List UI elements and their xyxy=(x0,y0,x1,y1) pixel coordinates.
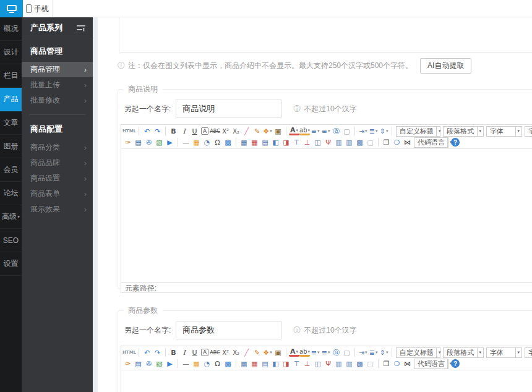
source-icon[interactable]: HTML xyxy=(122,347,136,357)
lineheight-icon[interactable]: ⇕▾ xyxy=(379,126,389,136)
split-cells-icon[interactable]: Ψ xyxy=(323,359,333,369)
col-delete-icon[interactable]: ▥ xyxy=(344,137,354,147)
panel-item-goods-manage[interactable]: 商品管理› xyxy=(22,62,93,77)
col-insert-right-icon[interactable]: ◨ xyxy=(281,137,291,147)
book-icon[interactable]: ▤ xyxy=(133,359,144,369)
filter-icon[interactable] xyxy=(77,24,85,32)
clock-icon[interactable]: ◔ xyxy=(202,137,212,147)
omega-icon[interactable]: Ω xyxy=(212,137,223,147)
omega-icon[interactable]: Ω xyxy=(212,359,223,369)
indent-icon[interactable]: ⇥▾ xyxy=(358,347,368,357)
preview-icon[interactable]: ❍ xyxy=(392,359,402,369)
lineheight-icon[interactable]: ⇕▾ xyxy=(379,347,389,357)
cell-props-icon[interactable]: ▤ xyxy=(260,137,270,147)
sidebar-item-article[interactable]: 文章 xyxy=(0,111,22,135)
new-doc-icon[interactable]: ▢ xyxy=(341,126,352,136)
paragraph-format-select[interactable]: 段落格式▾ xyxy=(443,347,484,358)
draw-icon[interactable]: ✑ xyxy=(122,359,133,369)
superscript-icon[interactable]: X² xyxy=(220,347,231,357)
sidebar-item-seo[interactable]: SEO xyxy=(0,229,22,252)
map-icon[interactable]: ▩ xyxy=(223,137,233,147)
anchor-icon[interactable]: ⓐ xyxy=(331,347,341,357)
fontborder-icon[interactable]: A xyxy=(201,127,208,135)
bold-icon[interactable]: B xyxy=(168,126,179,136)
help-icon[interactable]: ? xyxy=(451,359,460,368)
italic-icon[interactable]: I xyxy=(179,126,189,136)
hilitecolor-icon[interactable]: ab▾ xyxy=(299,348,310,357)
subscript-icon[interactable]: X₂ xyxy=(231,347,241,357)
tab-mobile[interactable]: 手机 xyxy=(23,0,53,17)
cell-props-icon[interactable]: ▤ xyxy=(260,359,270,369)
merge-cells-icon[interactable]: ◫ xyxy=(312,137,323,147)
quickformat-icon[interactable]: ❖▾ xyxy=(262,126,273,136)
find-icon[interactable]: ⋈ xyxy=(402,137,413,147)
sidebar-item-forum[interactable]: 论坛 xyxy=(0,182,22,205)
map-icon[interactable]: ▩ xyxy=(223,359,233,369)
paragraph-format-select[interactable]: 段落格式▾ xyxy=(443,126,484,137)
paste-text-icon[interactable]: ▣ xyxy=(273,126,283,136)
row-delete-icon[interactable]: ▥ xyxy=(333,137,344,147)
editor-content[interactable] xyxy=(121,149,532,282)
table-icon[interactable]: ▦ xyxy=(239,359,249,369)
table-delete-icon[interactable]: ▢ xyxy=(365,359,375,369)
print-icon[interactable]: ❐ xyxy=(381,359,392,369)
custom-title-select[interactable]: 自定义标题▾ xyxy=(396,126,440,137)
custom-title-select[interactable]: 自定义标题▾ xyxy=(396,347,440,358)
panel-item-goods-category[interactable]: 商品分类› xyxy=(22,140,93,155)
font-family-select[interactable]: 字体▾ xyxy=(486,126,522,137)
print-icon[interactable]: ❐ xyxy=(381,137,392,147)
col-delete-icon[interactable]: ▥ xyxy=(344,359,354,369)
link-icon[interactable]: ✇ xyxy=(144,137,154,147)
tab-desktop[interactable] xyxy=(0,0,23,17)
image-icon[interactable]: ▧ xyxy=(154,359,165,369)
ordered-list-icon[interactable]: ≡▾ xyxy=(310,126,320,136)
source-icon[interactable]: HTML xyxy=(122,126,136,136)
sidebar-item-product[interactable]: 产品 xyxy=(0,88,22,111)
formatbrush-icon[interactable]: ✎ xyxy=(252,347,262,357)
sidebar-item-member[interactable]: 会员 xyxy=(0,158,22,182)
sidebar-item-advanced[interactable]: 高级▾ xyxy=(0,205,22,229)
editor-content[interactable] xyxy=(121,370,532,392)
clock-icon[interactable]: ◔ xyxy=(202,359,212,369)
quickformat-icon[interactable]: ❖▾ xyxy=(262,347,273,357)
merge-cells-icon[interactable]: ◫ xyxy=(312,359,323,369)
table-delete-icon[interactable]: ▢ xyxy=(365,137,375,147)
draw-icon[interactable]: ✑ xyxy=(122,137,133,147)
unordered-list-icon[interactable]: ≡▾ xyxy=(320,126,331,136)
col-insert-right-icon[interactable]: ◨ xyxy=(281,359,291,369)
new-doc-icon[interactable]: ▢ xyxy=(341,347,352,357)
redo-icon[interactable]: ↷ xyxy=(152,347,163,357)
emoticon-icon[interactable]: ▦ xyxy=(191,359,202,369)
underline-icon[interactable]: U xyxy=(189,347,200,357)
font-family-select[interactable]: 字体▾ xyxy=(486,347,522,358)
bold-icon[interactable]: B xyxy=(168,347,179,357)
sidebar-item-columns[interactable]: 栏目 xyxy=(0,64,22,88)
hr-icon[interactable]: — xyxy=(181,137,191,147)
panel-item-batch-upload[interactable]: 批量上传› xyxy=(22,77,93,93)
row-insert-below-icon[interactable]: ⊥ xyxy=(302,359,312,369)
removeformat-icon[interactable]: ╱ xyxy=(241,347,252,357)
sidebar-item-design[interactable]: 设计 xyxy=(0,41,22,64)
table-full-icon[interactable]: ▩ xyxy=(354,137,365,147)
panel-item-goods-brand[interactable]: 商品品牌› xyxy=(22,155,93,171)
sidebar-item-overview[interactable]: 概况 xyxy=(0,17,22,41)
link-icon[interactable]: ✇ xyxy=(144,359,154,369)
row-insert-below-icon[interactable]: ⊥ xyxy=(302,137,312,147)
forecolor-icon[interactable]: A▾ xyxy=(289,348,299,357)
forecolor-icon[interactable]: A▾ xyxy=(289,127,299,135)
rename-input[interactable] xyxy=(176,321,282,339)
removeformat-icon[interactable]: ╱ xyxy=(241,126,252,136)
font-size-select[interactable]: 字号▾ xyxy=(525,126,532,137)
row-insert-above-icon[interactable]: ⊤ xyxy=(291,359,302,369)
help-icon[interactable]: ? xyxy=(451,138,460,147)
paste-text-icon[interactable]: ▣ xyxy=(273,347,283,357)
panel-scrollbar[interactable] xyxy=(93,17,98,392)
superscript-icon[interactable]: X² xyxy=(220,126,231,136)
code-language-select[interactable]: 代码语言▾ xyxy=(414,137,448,148)
hilitecolor-icon[interactable]: ab▾ xyxy=(299,127,310,135)
strikethrough-icon[interactable]: ABC xyxy=(210,347,220,357)
hr-icon[interactable]: — xyxy=(181,359,191,369)
fontborder-icon[interactable]: A xyxy=(201,349,208,356)
col-insert-left-icon[interactable]: ◧ xyxy=(270,137,281,147)
panel-item-display-effect[interactable]: 展示效果› xyxy=(22,202,93,217)
